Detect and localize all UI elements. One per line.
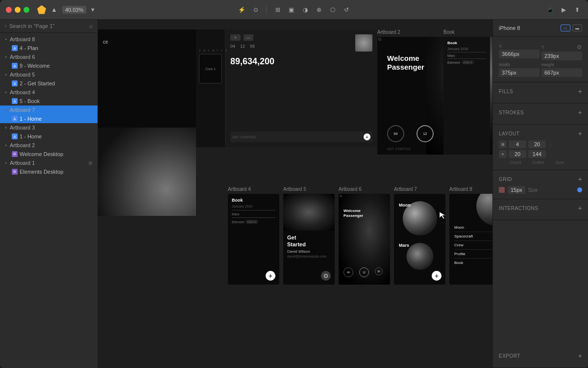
sidebar-item-artboard8[interactable]: ▾ Artboard 8 bbox=[0, 35, 98, 44]
interactions-header: INTERACTIONS + bbox=[499, 204, 582, 212]
planet-item-crew[interactable]: Crew bbox=[454, 241, 492, 250]
settings-tool-icon[interactable]: ⊙ bbox=[251, 5, 261, 15]
row-size[interactable]: 144 bbox=[528, 150, 546, 158]
sidebar-item-elements-desktop[interactable]: ⊞ Elements Desktop bbox=[0, 167, 98, 176]
gutter-h[interactable]: 20 bbox=[528, 140, 546, 148]
divider2 bbox=[232, 217, 275, 218]
book-mars: Mars bbox=[447, 54, 486, 57]
sidebar-search-bar[interactable]: ‹ Search in "Page 1" ⌕ bbox=[0, 20, 98, 33]
w-field: Width 375px bbox=[499, 62, 539, 77]
export-icon[interactable]: ⬆ bbox=[572, 5, 582, 15]
dial-c-val: 56 bbox=[377, 270, 380, 273]
grid-unit: Size bbox=[528, 187, 538, 193]
artboard6-label: Artboard 6 bbox=[10, 54, 35, 60]
sidebar-item-4-plan[interactable]: A 4 - Plan bbox=[0, 44, 98, 53]
book-date: January 2020 bbox=[447, 47, 486, 51]
sidebar-item-artboard5[interactable]: ▾ Artboard 5 bbox=[0, 70, 98, 79]
play-icon[interactable]: ▶ bbox=[559, 5, 568, 15]
card-label: Core 1 bbox=[205, 67, 216, 71]
h-value[interactable]: 667px bbox=[541, 68, 582, 77]
sidebar-item-2-get-started[interactable]: A 2 - Get Started bbox=[0, 79, 98, 88]
phone-ui: S M T W T F S Core 1 bbox=[196, 29, 377, 147]
rows-icon[interactable]: ≡ bbox=[499, 150, 507, 158]
sidebar-item-artboard2[interactable]: ▾ Artboard 2 bbox=[0, 141, 98, 150]
add-stroke-button[interactable]: + bbox=[578, 108, 582, 116]
close-button[interactable] bbox=[6, 7, 12, 13]
add-export-button[interactable]: + bbox=[578, 352, 582, 360]
constraint-icon[interactable]: ⚙ bbox=[577, 44, 582, 51]
grid-size[interactable]: 15px bbox=[508, 186, 525, 194]
boolean-icon[interactable]: ◑ bbox=[300, 5, 310, 15]
rotate-icon[interactable]: ↺ bbox=[342, 5, 351, 15]
minimize-button[interactable] bbox=[15, 7, 21, 13]
toolbar-separator bbox=[267, 6, 267, 14]
maximize-button[interactable] bbox=[24, 7, 29, 13]
artboard5-frame: Get Started David Wilson david@thrisions… bbox=[283, 194, 335, 285]
add-interaction-button[interactable]: + bbox=[578, 204, 582, 212]
sidebar-item-artboard7[interactable]: ▾ Artboard 7 bbox=[0, 105, 98, 114]
planet-partial bbox=[476, 194, 492, 226]
book-divider bbox=[447, 52, 486, 53]
add-button[interactable]: + bbox=[266, 271, 275, 281]
sidebar-item-5-book[interactable]: A 5 - Book bbox=[0, 97, 98, 105]
dot-indicator bbox=[378, 38, 381, 41]
columns-icon[interactable]: ⊞ bbox=[499, 140, 507, 148]
flatten-icon[interactable]: ⬡ bbox=[328, 5, 338, 15]
menu-btn[interactable]: — bbox=[244, 34, 253, 41]
artboard7-col: Artboard 7 Moon Mars + bbox=[394, 186, 445, 285]
sidebar-item-artboard3[interactable]: ▾ Artboard 3 bbox=[0, 123, 98, 132]
space-image bbox=[283, 194, 335, 231]
sidebar-item-1-home-2[interactable]: A 1 - Home bbox=[0, 132, 98, 141]
landscape-icon[interactable]: ▬ bbox=[572, 25, 582, 31]
layout-unit: ○ bbox=[549, 142, 552, 147]
add-layout-button[interactable]: + bbox=[578, 130, 582, 137]
row-count[interactable]: 20 bbox=[509, 150, 526, 158]
grid-color-dot[interactable] bbox=[577, 187, 582, 192]
planet-item-spacecraft[interactable]: Spacecraft bbox=[454, 232, 492, 241]
column-count[interactable]: 4 bbox=[509, 140, 526, 148]
search-icon[interactable]: ⌕ bbox=[89, 23, 93, 29]
chevron-down-icon: ▾ bbox=[5, 73, 7, 77]
add-btn[interactable]: + bbox=[230, 34, 241, 41]
book-mars-text: Mars bbox=[232, 212, 275, 216]
sidebar-item-1-home[interactable]: A 1 - Home bbox=[0, 114, 98, 123]
device-name[interactable]: iPhone 8 bbox=[499, 25, 557, 31]
calendar-grid: S M T W T F S bbox=[199, 49, 222, 52]
cta-bar[interactable]: GET STARTED + bbox=[230, 131, 372, 142]
mask-icon[interactable]: ⊕ bbox=[314, 5, 324, 15]
x-value[interactable]: 3666px bbox=[499, 50, 539, 58]
get-started-heading2: Started bbox=[287, 241, 331, 247]
planet-item-book[interactable]: Book bbox=[454, 259, 492, 267]
sidebar-item-welcome-desktop[interactable]: ⊞ Welcome Desktop bbox=[0, 150, 98, 158]
insert-icon[interactable]: ⊞ bbox=[273, 5, 283, 15]
lightning-icon[interactable]: ⚡ bbox=[237, 5, 247, 15]
sidebar-item-artboard4[interactable]: ▾ Artboard 4 bbox=[0, 88, 98, 97]
moon-image bbox=[98, 128, 196, 216]
book-jan: January 2020 bbox=[232, 205, 275, 208]
group-icon[interactable]: ▣ bbox=[287, 5, 296, 15]
mobile-preview-icon[interactable]: 📱 bbox=[545, 5, 555, 15]
planet-item-moon[interactable]: Moon bbox=[454, 223, 492, 232]
cta-plus-icon[interactable]: + bbox=[364, 133, 370, 140]
grid-label: GRID bbox=[499, 177, 512, 182]
portrait-icon[interactable]: ▭ bbox=[561, 25, 570, 31]
dials-small: 04 12 56 bbox=[343, 267, 383, 277]
grid-color-swatch[interactable] bbox=[499, 187, 505, 193]
fingerprint-icon[interactable]: ⊙ bbox=[321, 271, 331, 281]
phone-sidebar: S M T W T F S Core 1 bbox=[196, 29, 225, 147]
y-value[interactable]: 239px bbox=[541, 52, 582, 60]
sidebar-item-artboard1[interactable]: ▾ Artboard 1 ⚙ bbox=[0, 158, 98, 167]
add-button-7[interactable]: + bbox=[432, 271, 441, 281]
planet-item-profile[interactable]: Profile bbox=[454, 250, 492, 259]
zoom-dropdown-icon[interactable]: ▾ bbox=[91, 6, 95, 13]
w-value[interactable]: 375px bbox=[499, 68, 539, 77]
add-grid-button[interactable]: + bbox=[578, 175, 582, 183]
add-fill-button[interactable]: + bbox=[578, 87, 582, 95]
sidebar-item-9-welcome[interactable]: A 9 - Welcome bbox=[0, 61, 98, 70]
zoom-level[interactable]: 40.03% bbox=[62, 6, 86, 14]
settings-icon[interactable]: ⚙ bbox=[88, 160, 93, 166]
back-chevron-icon[interactable]: ‹ bbox=[5, 24, 6, 28]
canvas-area[interactable]: ce S M bbox=[98, 20, 492, 368]
sidebar-item-artboard6[interactable]: ▾ Artboard 6 bbox=[0, 53, 98, 61]
arrow-tool-icon[interactable]: ▲ bbox=[51, 6, 57, 13]
